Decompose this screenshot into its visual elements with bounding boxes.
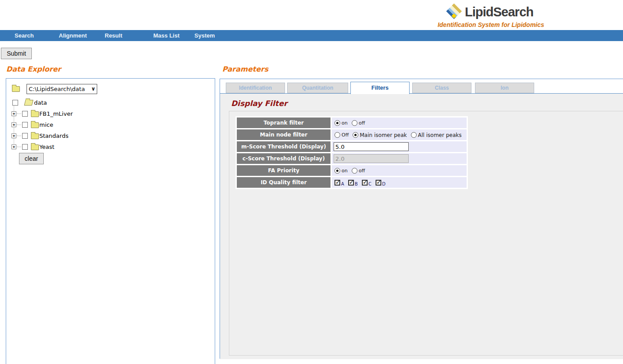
radio-label-on[interactable]: on bbox=[342, 120, 348, 126]
filter-row-main-node-filter: Main node filterOffMain isomer peakAll i… bbox=[237, 129, 467, 140]
nav-item-alignment[interactable]: Alignment bbox=[59, 32, 87, 39]
radio-label-off[interactable]: Off bbox=[342, 132, 349, 138]
radio-label-off[interactable]: off bbox=[359, 168, 365, 174]
radio-toprank-filter-off[interactable] bbox=[352, 120, 357, 126]
tree-item-mice: +mice bbox=[6, 121, 215, 129]
filter-row-m-score-threshold-display: m-Score Threshold (Display) bbox=[237, 141, 467, 152]
param-value-toprank-filter: onoff bbox=[332, 118, 467, 128]
tree-connector-stub bbox=[17, 136, 21, 136]
checkbox-id-quality-filter-b[interactable] bbox=[348, 180, 354, 186]
folder-icon bbox=[31, 144, 39, 150]
tree-item-fb1-mliver: +FB1_mLiver bbox=[6, 110, 215, 118]
clear-button[interactable]: clear bbox=[19, 153, 44, 164]
filter-row-toprank-filter: Toprank filteronoff bbox=[237, 118, 467, 128]
radio-main-node-filter-main-isomer-peak[interactable] bbox=[353, 132, 358, 138]
nav-item-result[interactable]: Result bbox=[105, 32, 122, 39]
nav-item-search[interactable]: Search bbox=[15, 32, 34, 39]
tree-label-mice[interactable]: mice bbox=[39, 121, 53, 128]
filter-row-id-quality-filter: ID Quality filterABCD bbox=[237, 177, 467, 188]
param-label-toprank-filter: Toprank filter bbox=[237, 118, 330, 128]
tree-connector-stub bbox=[17, 125, 21, 125]
data-explorer-panel: C:\LipidSearch\data ∨ data +FB1_mLiver+m… bbox=[6, 78, 215, 364]
data-path-value: C:\LipidSearch\data bbox=[29, 86, 85, 92]
tree-item-standards: +Standards bbox=[6, 132, 215, 140]
app-logo: LipidSearch Identification System for Li… bbox=[423, 3, 558, 28]
folder-icon bbox=[12, 86, 20, 92]
parameters-tab-strip: IdentificationQuantitationFiltersClassIo… bbox=[220, 79, 623, 94]
open-folder-icon bbox=[24, 100, 33, 106]
input-m-score-threshold-display[interactable] bbox=[334, 142, 409, 151]
expand-plus-icon[interactable]: + bbox=[11, 133, 16, 138]
tree-label-yeast[interactable]: Yeast bbox=[39, 144, 54, 150]
checkbox-label-d[interactable]: D bbox=[382, 182, 386, 186]
tab-quantitation[interactable]: Quantitation bbox=[287, 83, 348, 93]
checkbox-label-c[interactable]: C bbox=[368, 182, 372, 186]
radio-fa-priority-off[interactable] bbox=[352, 168, 357, 174]
nav-item-system[interactable]: System bbox=[194, 32, 215, 39]
checkbox-label-b[interactable]: B bbox=[355, 182, 358, 186]
param-label-fa-priority: FA Priority bbox=[237, 165, 330, 176]
expand-plus-icon[interactable]: + bbox=[11, 122, 16, 127]
param-label-main-node-filter: Main node filter bbox=[237, 129, 330, 140]
folder-icon bbox=[31, 122, 39, 128]
tree-label-standards[interactable]: Standards bbox=[39, 133, 68, 139]
checkbox-id-quality-filter-d[interactable] bbox=[376, 180, 381, 186]
param-label-m-score-threshold-display: m-Score Threshold (Display) bbox=[237, 141, 330, 152]
radio-label-main-isomer-peak[interactable]: Main isomer peak bbox=[360, 132, 407, 138]
tree-label-data: data bbox=[34, 99, 47, 106]
checkbox-label-a[interactable]: A bbox=[341, 182, 344, 186]
checkbox-id-quality-filter-a[interactable] bbox=[334, 180, 340, 186]
nav-item-mass-list[interactable]: Mass List bbox=[153, 32, 179, 39]
param-value-c-score-threshold-display bbox=[332, 153, 467, 164]
filter-row-fa-priority: FA Priorityonoff bbox=[237, 165, 467, 176]
display-filter-table: Toprank filteronoffMain node filterOffMa… bbox=[236, 116, 468, 189]
expand-plus-icon[interactable]: + bbox=[11, 111, 16, 116]
tab-filters[interactable]: Filters bbox=[350, 82, 410, 94]
radio-toprank-filter-on[interactable] bbox=[334, 120, 340, 126]
filter-row-c-score-threshold-display: c-Score Threshold (Display) bbox=[237, 153, 467, 164]
tree-checkbox-fb1-mliver[interactable] bbox=[22, 111, 28, 117]
radio-label-all-isomer-peaks[interactable]: All isomer peaks bbox=[418, 132, 462, 138]
tab-identification[interactable]: Identification bbox=[226, 83, 285, 93]
radio-main-node-filter-off[interactable] bbox=[334, 132, 340, 138]
lipidsearch-diamond-icon bbox=[446, 3, 462, 19]
main-nav-bar: SearchAlignmentResultMass ListSystem bbox=[0, 30, 623, 41]
folder-icon bbox=[31, 111, 39, 117]
input-c-score-threshold-display bbox=[334, 154, 409, 163]
checkbox-id-quality-filter-c[interactable] bbox=[362, 180, 368, 186]
display-filter-box: Toprank filteronoffMain node filterOffMa… bbox=[229, 111, 623, 356]
data-explorer-heading: Data Explorer bbox=[6, 65, 61, 73]
param-value-main-node-filter: OffMain isomer peakAll isomer peaks bbox=[332, 129, 467, 140]
filters-tab-content: Display Filter Toprank filteronoffMain n… bbox=[220, 94, 623, 359]
tree-item-data[interactable]: data bbox=[12, 99, 47, 107]
tab-ion[interactable]: Ion bbox=[475, 83, 534, 93]
tab-class[interactable]: Class bbox=[412, 83, 471, 93]
parameters-panel: IdentificationQuantitationFiltersClassIo… bbox=[220, 79, 623, 359]
tree-checkbox-standards[interactable] bbox=[22, 133, 28, 139]
app-title: LipidSearch bbox=[465, 5, 533, 19]
data-path-select[interactable]: C:\LipidSearch\data ∨ bbox=[27, 84, 97, 94]
param-value-id-quality-filter: ABCD bbox=[332, 177, 467, 188]
submit-button[interactable]: Submit bbox=[1, 48, 32, 59]
parameters-heading: Parameters bbox=[222, 65, 268, 73]
tree-checkbox-mice[interactable] bbox=[22, 122, 28, 128]
chevron-down-icon: ∨ bbox=[91, 86, 95, 92]
app-tagline: Identification System for Lipidomics bbox=[423, 21, 558, 28]
tree-checkbox-data[interactable] bbox=[12, 100, 18, 106]
param-value-m-score-threshold-display bbox=[332, 141, 467, 152]
tree-checkbox-yeast[interactable] bbox=[22, 144, 28, 150]
param-label-id-quality-filter: ID Quality filter bbox=[237, 177, 330, 188]
tree-connector-stub bbox=[17, 114, 21, 114]
radio-label-on[interactable]: on bbox=[342, 168, 348, 174]
radio-fa-priority-on[interactable] bbox=[334, 168, 340, 174]
folder-icon bbox=[31, 133, 39, 139]
display-filter-title: Display Filter bbox=[231, 99, 287, 108]
radio-main-node-filter-all-isomer-peaks[interactable] bbox=[411, 132, 417, 138]
expand-plus-icon[interactable]: + bbox=[11, 144, 16, 149]
tree-label-fb1-mliver[interactable]: FB1_mLiver bbox=[39, 110, 73, 117]
tree-item-yeast: +Yeast bbox=[6, 143, 215, 152]
tree-connector-stub bbox=[17, 147, 21, 147]
param-value-fa-priority: onoff bbox=[332, 165, 467, 176]
radio-label-off[interactable]: off bbox=[359, 120, 365, 126]
param-label-c-score-threshold-display: c-Score Threshold (Display) bbox=[237, 153, 330, 164]
